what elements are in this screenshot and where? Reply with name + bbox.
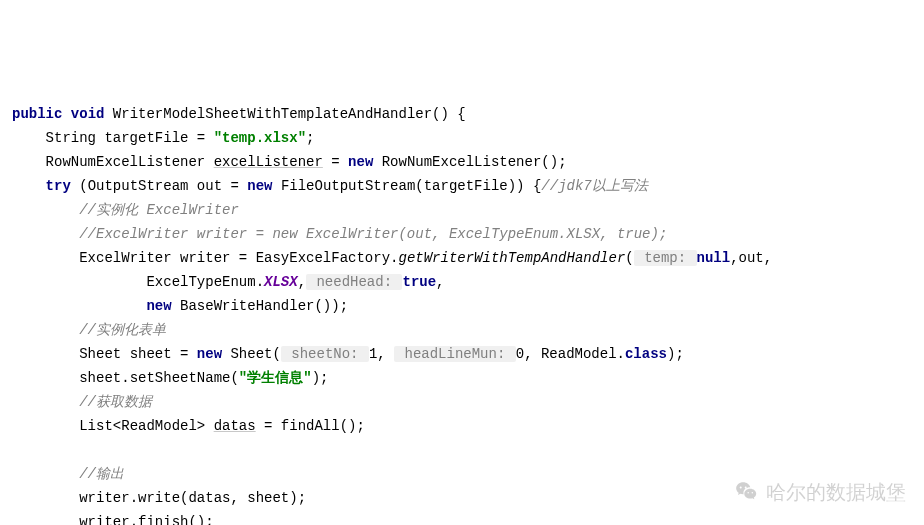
comment: //输出	[79, 466, 124, 482]
code-text: (OutputStream out =	[71, 178, 247, 194]
code-text: ExcelWriter writer = EasyExcelFactory.	[79, 250, 398, 266]
comment: //获取数据	[79, 394, 152, 410]
code-text: RowNumExcelListener	[46, 154, 214, 170]
constant: XLSX	[264, 274, 298, 290]
comment: //实例化表单	[79, 322, 166, 338]
keyword: void	[71, 106, 105, 122]
code-text: writer.write(datas, sheet);	[79, 490, 306, 506]
param-hint: needHead:	[306, 274, 402, 290]
code-text: ;	[306, 130, 314, 146]
code-text: writer.finish();	[79, 514, 213, 525]
static-method: getWriterWithTempAndHandler	[398, 250, 625, 266]
param-hint: sheetNo:	[281, 346, 369, 362]
code-text: ,	[298, 274, 306, 290]
code-text: sheet.setSheetName(	[79, 370, 239, 386]
code-text: List<ReadModel>	[79, 418, 213, 434]
code-text: , ReadModel.	[524, 346, 625, 362]
code-text: (	[625, 250, 633, 266]
code-text: FileOutputStream(targetFile)) {	[272, 178, 541, 194]
code-text: ,	[436, 274, 444, 290]
variable: excelListener	[214, 154, 323, 170]
keyword: public	[12, 106, 62, 122]
comment: //ExcelWriter writer = new ExcelWriter(o…	[79, 226, 667, 242]
code-text: );	[312, 370, 329, 386]
keyword: null	[697, 250, 731, 266]
keyword: class	[625, 346, 667, 362]
code-text: BaseWriteHandler());	[172, 298, 348, 314]
code-block: public void WriterModelSheetWithTemplate…	[12, 102, 912, 525]
keyword: new	[348, 154, 373, 170]
comment: //实例化 ExcelWriter	[79, 202, 239, 218]
code-text: String targetFile =	[46, 130, 214, 146]
code-text: Sheet(	[222, 346, 281, 362]
param-hint: temp:	[634, 250, 697, 266]
code-text: ,out,	[730, 250, 772, 266]
keyword: true	[402, 274, 436, 290]
string-literal: "学生信息"	[239, 370, 312, 386]
code-text: Sheet sheet =	[79, 346, 197, 362]
method-name: WriterModelSheetWithTemplateAndHandler()…	[113, 106, 466, 122]
code-text: ,	[377, 346, 394, 362]
comment: //jdk7以上写法	[541, 178, 647, 194]
watermark: 哈尔的数据城堡	[734, 479, 906, 505]
variable: datas	[214, 418, 256, 434]
code-text: = findAll();	[256, 418, 365, 434]
code-text: RowNumExcelListener();	[373, 154, 566, 170]
string-literal: "temp.xlsx"	[214, 130, 306, 146]
code-text: );	[667, 346, 684, 362]
code-text: ExcelTypeEnum.	[146, 274, 264, 290]
keyword: new	[197, 346, 222, 362]
keyword: try	[46, 178, 71, 194]
number: 0	[516, 346, 524, 362]
wechat-icon	[734, 479, 760, 505]
code-text: =	[323, 154, 348, 170]
keyword: new	[146, 298, 171, 314]
param-hint: headLineMun:	[394, 346, 516, 362]
keyword: new	[247, 178, 272, 194]
watermark-text: 哈尔的数据城堡	[766, 480, 906, 504]
